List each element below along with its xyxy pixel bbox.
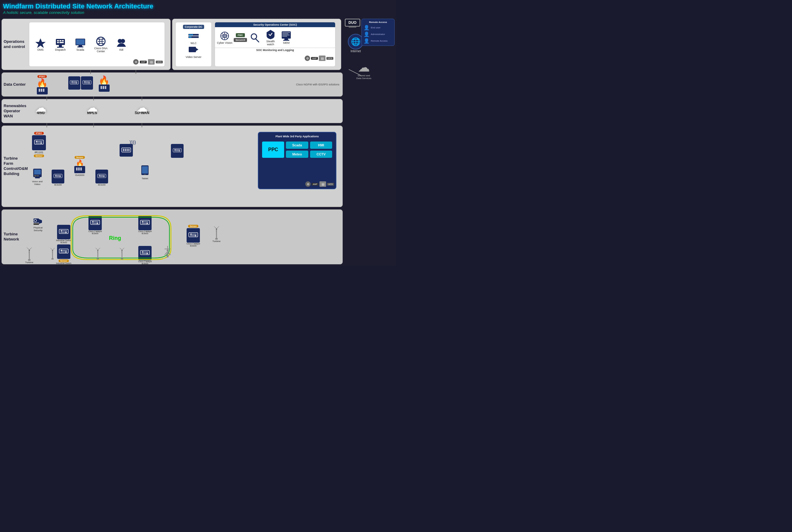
ops-label: Operations and control	[4, 39, 28, 50]
cloud-right-label: Shared andData Services	[356, 74, 371, 80]
svg-rect-149	[167, 255, 168, 258]
svg-marker-97	[39, 219, 42, 224]
tablet-label: Tablet	[142, 177, 148, 180]
device-dna: Cisco DNA Center	[92, 36, 110, 53]
remote-user-item: 👤 End user	[364, 25, 392, 31]
cloud-sdwan-icon: ☁	[136, 101, 148, 114]
svg-point-90	[144, 174, 146, 175]
app-panel: Plant Wide 3rd Party Applications Scada …	[258, 132, 336, 189]
admin-label: Administrator	[371, 33, 385, 36]
remote-icon: 👤	[364, 38, 370, 44]
svg-rect-89	[142, 166, 148, 173]
dispatch-label: Dispatch	[55, 48, 66, 51]
dispatch-icon	[55, 37, 66, 48]
wlc-label: WLC	[190, 42, 197, 45]
isa3000-base	[74, 166, 85, 173]
end-user-icon: 👤	[364, 25, 370, 31]
turbine-bottom-3-icon	[118, 247, 126, 260]
remote-item: 👤 Remote Access	[364, 38, 392, 44]
svg-rect-75	[76, 168, 78, 171]
physical-security: Physical Security	[29, 217, 47, 232]
ir1101-sensor: Sensor	[34, 154, 44, 157]
svg-rect-23	[192, 34, 192, 35]
device-wlc: WLC	[185, 31, 202, 45]
svg-rect-10	[76, 39, 85, 45]
svg-rect-91	[173, 149, 182, 152]
svg-rect-22	[190, 34, 191, 35]
cc-ie3x00-1-label: Cisco Catalyst IE3x00	[85, 230, 105, 234]
svg-rect-138	[52, 258, 54, 260]
device-oms: OMS	[32, 37, 49, 51]
cc-ie3x00-3-icon	[187, 228, 200, 243]
ir1101-icon	[32, 135, 46, 150]
svg-rect-50	[83, 80, 91, 84]
app-hmi: HMI	[310, 141, 332, 149]
device-dispatch: Dispatch	[52, 37, 69, 51]
cc-ie3x00-4-label: Cisco Catalyst IE3x00	[135, 261, 155, 265]
svg-rect-45	[70, 80, 78, 84]
fmc-item: FMC SecureX	[234, 33, 247, 42]
cc-ie3x00-3: Sensor Cisco Catalyst IE3x00	[183, 225, 203, 247]
gear-icon: ⚙	[133, 59, 139, 64]
video-server-icon	[188, 45, 199, 56]
svg-rect-65	[34, 170, 41, 174]
turbine-bottom-2: Turbine	[94, 247, 102, 263]
svg-rect-115	[141, 220, 149, 225]
svg-rect-125	[141, 250, 149, 255]
voice-video-device: Voice and Video	[29, 168, 45, 186]
app-cctv: CCTV	[310, 151, 332, 158]
turbine-bottom-3: Turbine	[118, 247, 126, 263]
end-user-label: End user	[371, 26, 381, 29]
svg-rect-69	[54, 174, 62, 178]
device-cyber-vision: Cyber Vision	[217, 31, 233, 44]
admin-item: 👤 Administrator	[364, 31, 392, 37]
search-icon	[250, 32, 260, 43]
soc-ucs: UCS	[326, 57, 333, 60]
main-title: Windfarm Distributed Site Network Archit…	[3, 2, 153, 10]
fire-icon-1: 🔥	[37, 78, 48, 89]
svg-rect-78	[97, 174, 106, 178]
app-ppc: PPC	[262, 141, 284, 158]
cloud-mpls-icon: ☁	[86, 101, 98, 114]
svg-rect-2	[57, 40, 59, 41]
dna-icon	[95, 36, 106, 47]
svg-rect-35	[282, 32, 290, 33]
svg-rect-36	[282, 34, 288, 34]
remote-label: Remote Access	[371, 40, 388, 42]
voice-video-label: Voice and Video	[29, 180, 45, 186]
turbine-net-2-label: Turbine	[213, 240, 221, 243]
ind-switch-2-icon	[57, 244, 70, 259]
ind-switch-2-label: Industrial Switch IE3x00	[53, 262, 74, 266]
app-meteo: Meteo	[286, 151, 308, 158]
title-area: Windfarm Distributed Site Network Archit…	[3, 2, 153, 15]
app-panel-header: Plant Wide 3rd Party Applications	[261, 135, 333, 138]
ucs-label: UCS	[156, 61, 163, 63]
farm-switch-right-icon	[171, 144, 184, 158]
ise-label: ISE	[119, 48, 124, 51]
isa3000-label: ISA3000	[75, 174, 85, 176]
svg-text:Ring: Ring	[109, 235, 121, 241]
isa3000-sensor: Sensor	[75, 156, 85, 159]
ind-switch-1-label: Industrial Switch IE3x00	[53, 239, 74, 244]
farm-panel: Turbine Farm Control/O&M Building IPSEC …	[1, 126, 343, 207]
svg-line-33	[256, 39, 259, 42]
isa3000-device: Sensor 🔥 ISA3000	[74, 156, 85, 176]
app-amp: AMP	[312, 183, 318, 186]
wlc-icon	[188, 31, 199, 42]
dc-firewall-1: IPSEC 🔥	[37, 75, 48, 94]
svg-rect-40	[283, 40, 289, 41]
svg-marker-27	[196, 48, 198, 51]
cyber-vision-label: Cyber Vision	[217, 41, 233, 44]
svg-rect-3	[59, 40, 61, 41]
cloud-mpls: ☁ MPLS	[86, 101, 98, 115]
admin-icon: 👤	[364, 31, 370, 37]
svg-rect-84	[123, 149, 124, 151]
amp-ucs-row: ⚙ AMP ▤ UCS	[133, 59, 163, 64]
svg-rect-20	[188, 36, 199, 38]
svg-rect-44	[43, 89, 44, 92]
cc-ie3x00-1: Cisco Catalyst IE3x00	[85, 216, 105, 234]
svg-point-148	[167, 250, 168, 251]
dna-label: Cisco DNA Center	[92, 47, 110, 53]
dc-firewall-2: 🔥	[98, 75, 110, 92]
soc-amp-ucs: ⚙ AMP ▤ UCS	[305, 56, 333, 61]
